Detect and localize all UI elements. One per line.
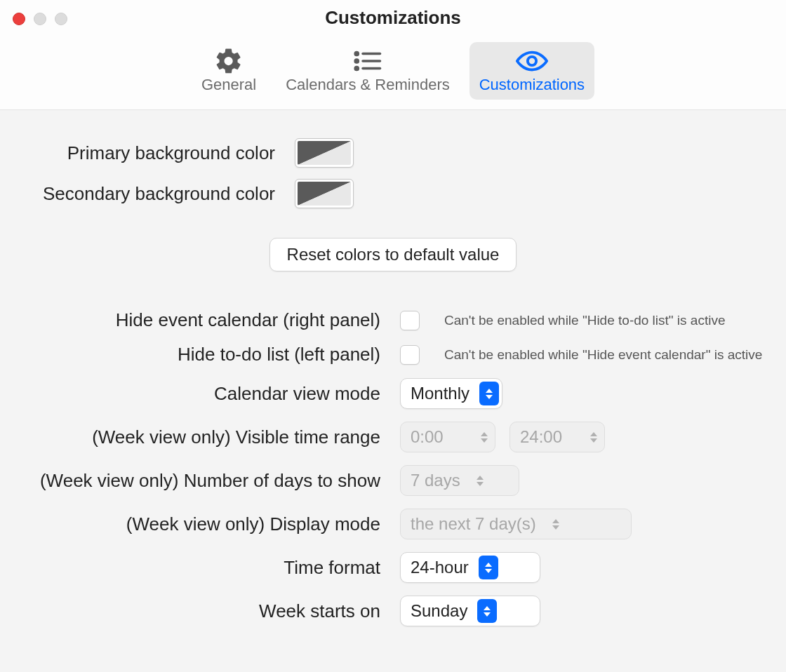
time-range-start[interactable]: 0:00 — [400, 422, 495, 452]
hide-todo-hint: Can't be enabled while "Hide event calen… — [444, 347, 762, 363]
tab-general-label: General — [201, 76, 256, 94]
row-days: (Week view only) Number of days to show … — [0, 465, 786, 496]
list-icon — [352, 48, 384, 74]
view-mode-value: Monthly — [411, 384, 479, 403]
time-range-label: (Week view only) Visible time range — [0, 426, 400, 448]
days-label: (Week view only) Number of days to show — [0, 470, 400, 492]
days-select[interactable]: 7 days — [400, 465, 519, 496]
updown-icon — [479, 382, 499, 405]
tab-calendars[interactable]: Calendars & Reminders — [276, 42, 460, 100]
hide-todo-label: Hide to-do list (left panel) — [0, 344, 400, 365]
svg-point-6 — [528, 57, 536, 65]
display-mode-value: the next 7 day(s) — [411, 514, 546, 534]
updown-icon — [470, 469, 490, 492]
gear-icon — [213, 48, 245, 74]
hide-event-checkbox[interactable] — [400, 311, 420, 330]
time-format-label: Time format — [0, 557, 400, 579]
row-time-range: (Week view only) Visible time range 0:00… — [0, 422, 786, 452]
hide-event-hint: Can't be enabled while "Hide to-do list"… — [444, 313, 726, 328]
row-hide-event: Hide event calendar (right panel) Can't … — [0, 309, 786, 331]
secondary-color-well[interactable] — [295, 179, 354, 208]
reset-colors-button[interactable]: Reset colors to default value — [269, 238, 517, 271]
view-mode-label: Calendar view mode — [0, 383, 400, 405]
stepper-icon — [590, 432, 597, 443]
week-start-select[interactable]: Sunday — [400, 596, 540, 626]
minimize-button[interactable] — [34, 13, 46, 25]
row-display-mode: (Week view only) Display mode the next 7… — [0, 509, 786, 539]
week-start-label: Week starts on — [0, 600, 400, 622]
time-range-start-value: 0:00 — [411, 427, 474, 447]
titlebar: Customizations — [0, 0, 786, 35]
time-format-value: 24-hour — [411, 558, 479, 577]
window-title: Customizations — [0, 7, 786, 29]
zoom-button[interactable] — [55, 13, 67, 25]
display-mode-label: (Week view only) Display mode — [0, 513, 400, 535]
traffic-lights — [13, 13, 67, 25]
row-hide-todo: Hide to-do list (left panel) Can't be en… — [0, 344, 786, 365]
updown-icon — [477, 599, 497, 623]
row-view-mode: Calendar view mode Monthly — [0, 378, 786, 409]
content: Primary background color Secondary backg… — [0, 110, 786, 626]
tab-calendars-label: Calendars & Reminders — [286, 76, 450, 94]
svg-point-4 — [355, 67, 358, 69]
preferences-toolbar: General Calendars & Reminders Customizat… — [0, 35, 786, 110]
week-start-value: Sunday — [411, 601, 477, 621]
view-mode-select[interactable]: Monthly — [400, 378, 502, 409]
eye-icon — [516, 48, 548, 74]
hide-todo-checkbox[interactable] — [400, 345, 420, 365]
days-value: 7 days — [411, 471, 470, 490]
row-primary-color: Primary background color — [0, 138, 786, 168]
time-format-select[interactable]: 24-hour — [400, 552, 540, 583]
secondary-color-label: Secondary background color — [0, 183, 295, 205]
time-range-end[interactable]: 24:00 — [509, 422, 605, 452]
row-time-format: Time format 24-hour — [0, 552, 786, 583]
row-week-start: Week starts on Sunday — [0, 596, 786, 626]
primary-color-well[interactable] — [295, 138, 354, 168]
time-range-end-value: 24:00 — [520, 427, 583, 447]
close-button[interactable] — [13, 13, 25, 25]
primary-color-label: Primary background color — [0, 142, 295, 164]
hide-event-label: Hide event calendar (right panel) — [0, 309, 400, 331]
svg-point-2 — [355, 60, 358, 62]
tab-general[interactable]: General — [192, 42, 266, 100]
updown-icon — [479, 556, 498, 579]
updown-icon — [546, 512, 566, 536]
tab-customizations-label: Customizations — [479, 76, 585, 94]
display-mode-select[interactable]: the next 7 day(s) — [400, 509, 632, 539]
row-secondary-color: Secondary background color — [0, 179, 786, 208]
svg-point-0 — [355, 52, 358, 55]
tab-customizations[interactable]: Customizations — [469, 42, 594, 100]
stepper-icon — [481, 432, 488, 443]
